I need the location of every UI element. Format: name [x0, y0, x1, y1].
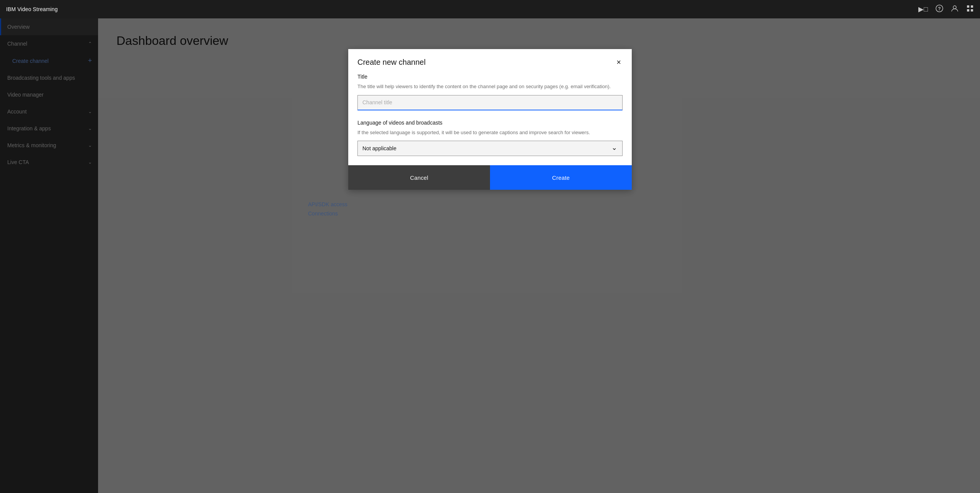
top-navigation: IBM Video Streaming ▶□ ?: [0, 0, 980, 18]
modal-close-button[interactable]: ×: [615, 57, 623, 67]
channel-title-input[interactable]: [357, 95, 623, 110]
title-field-group: Title The title will help viewers to ide…: [357, 74, 623, 120]
language-field-description: If the selected language is supported, i…: [357, 129, 623, 136]
language-select[interactable]: Not applicable English Spanish French Ge…: [357, 141, 623, 156]
svg-rect-3: [967, 5, 969, 8]
language-field-label: Language of videos and broadcasts: [357, 120, 623, 126]
topnav-icon-group: ▶□ ?: [918, 5, 974, 14]
modal-title: Create new channel: [357, 58, 426, 67]
create-button[interactable]: Create: [490, 165, 632, 190]
svg-point-2: [953, 6, 956, 9]
modal-header: Create new channel ×: [348, 49, 632, 74]
grid-icon[interactable]: [966, 5, 974, 14]
cancel-button[interactable]: Cancel: [348, 165, 490, 190]
title-field-label: Title: [357, 74, 623, 80]
video-icon[interactable]: ▶□: [918, 5, 928, 13]
create-channel-modal: Create new channel × Title The title wil…: [348, 49, 632, 190]
help-icon[interactable]: ?: [936, 5, 943, 14]
modal-overlay: Create new channel × Title The title wil…: [0, 18, 980, 493]
svg-text:?: ?: [938, 6, 941, 12]
language-select-wrapper: Not applicable English Spanish French Ge…: [357, 141, 623, 156]
svg-rect-6: [971, 9, 973, 12]
app-brand: IBM Video Streaming: [6, 6, 58, 12]
svg-rect-4: [971, 5, 973, 8]
modal-body: Title The title will help viewers to ide…: [348, 74, 632, 165]
svg-rect-5: [967, 9, 969, 12]
language-field-group: Language of videos and broadcasts If the…: [357, 120, 623, 156]
modal-footer: Cancel Create: [348, 165, 632, 190]
title-field-description: The title will help viewers to identify …: [357, 83, 623, 90]
user-icon[interactable]: [951, 5, 959, 14]
